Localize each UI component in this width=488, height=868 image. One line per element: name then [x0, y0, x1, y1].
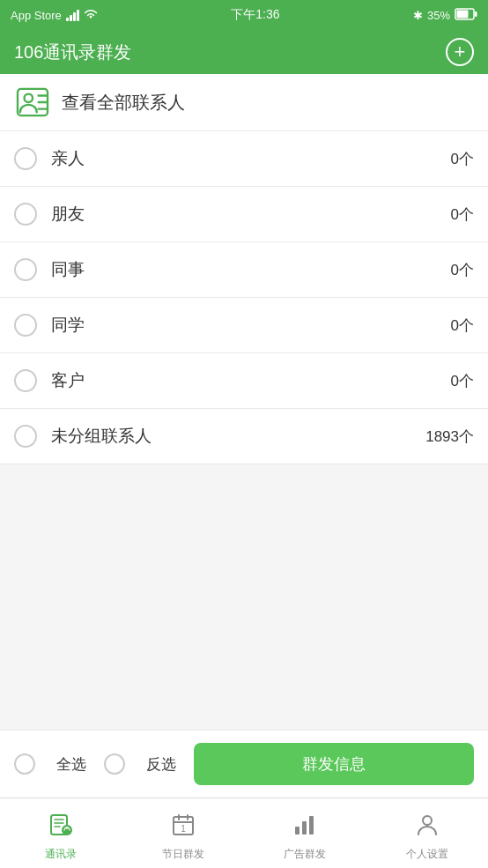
holiday-tab-icon: 1 [171, 812, 196, 843]
settings-tab-icon [415, 812, 440, 843]
select-all-option[interactable]: 全选 [14, 753, 86, 775]
svg-point-4 [25, 94, 33, 102]
group-radio-5[interactable] [14, 425, 37, 448]
wifi-icon [84, 8, 98, 22]
bluetooth-icon: ✱ [413, 9, 423, 22]
battery-icon [455, 8, 477, 23]
group-name-2: 同事 [51, 258, 451, 281]
svg-rect-17 [302, 821, 307, 835]
group-name-0: 亲人 [51, 147, 451, 170]
svg-rect-18 [309, 816, 314, 835]
add-button[interactable]: + [446, 38, 474, 66]
tab-contacts[interactable]: 通讯录 [0, 798, 122, 868]
svg-rect-16 [295, 827, 299, 835]
signal-icon [66, 10, 79, 21]
ad-tab-label: 广告群发 [284, 847, 326, 862]
svg-rect-2 [475, 11, 477, 17]
holiday-tab-label: 节日群发 [162, 847, 204, 862]
group-name-1: 朋友 [51, 203, 451, 226]
app-store-label: App Store [11, 9, 62, 22]
group-list: 亲人 0个 朋友 0个 同事 0个 同学 0个 客户 0个 未分组联系人 189… [0, 131, 488, 464]
svg-point-10 [66, 827, 69, 829]
svg-point-19 [423, 816, 432, 825]
group-row[interactable]: 朋友 0个 [0, 187, 488, 242]
svg-text:1: 1 [181, 824, 186, 834]
svg-point-9 [62, 825, 72, 835]
tab-ad[interactable]: 广告群发 [244, 798, 366, 868]
inverse-select-option[interactable]: 反选 [104, 753, 176, 775]
app-header: 106通讯录群发 + [0, 30, 488, 74]
status-left: App Store [11, 8, 98, 22]
ad-tab-icon [292, 812, 317, 843]
group-name-4: 客户 [51, 369, 451, 392]
tab-bar: 通讯录 1 节日群发 广告群发 [0, 798, 488, 868]
status-bar: App Store 下午1:36 ✱ 35% [0, 0, 488, 30]
inverse-select-radio[interactable] [104, 753, 125, 775]
group-count-5: 1893个 [425, 427, 474, 447]
group-count-4: 0个 [451, 371, 474, 391]
select-all-radio[interactable] [14, 753, 35, 775]
group-row[interactable]: 客户 0个 [0, 353, 488, 409]
battery-percent: 35% [427, 9, 450, 22]
main-content: 查看全部联系人 亲人 0个 朋友 0个 同事 0个 同学 0个 客户 0个 未分… [0, 74, 488, 798]
time-display: 下午1:36 [231, 7, 279, 23]
contacts-tab-icon [48, 812, 73, 843]
group-radio-3[interactable] [14, 314, 37, 337]
group-radio-2[interactable] [14, 258, 37, 281]
select-all-label: 全选 [56, 754, 86, 775]
group-radio-1[interactable] [14, 203, 37, 226]
header-title: 106通讯录群发 [14, 41, 131, 64]
group-count-0: 0个 [451, 149, 474, 169]
group-count-3: 0个 [451, 315, 474, 336]
group-row[interactable]: 同学 0个 [0, 298, 488, 353]
group-radio-0[interactable] [14, 147, 37, 170]
group-count-2: 0个 [451, 260, 474, 280]
svg-rect-1 [456, 10, 468, 18]
tab-holiday[interactable]: 1 节日群发 [122, 798, 245, 868]
group-radio-4[interactable] [14, 369, 37, 392]
content-spacer [0, 464, 488, 730]
group-row[interactable]: 亲人 0个 [0, 131, 488, 187]
group-row[interactable]: 同事 0个 [0, 242, 488, 298]
view-all-label: 查看全部联系人 [62, 91, 185, 115]
tab-settings[interactable]: 个人设置 [366, 798, 489, 868]
send-message-button[interactable]: 群发信息 [194, 743, 474, 785]
contacts-icon [14, 86, 51, 118]
bottom-action-bar: 全选 反选 群发信息 [0, 730, 488, 798]
settings-tab-label: 个人设置 [406, 847, 448, 862]
view-all-contacts-row[interactable]: 查看全部联系人 [0, 74, 488, 131]
group-count-1: 0个 [451, 204, 474, 225]
contacts-tab-label: 通讯录 [45, 847, 77, 862]
status-right: ✱ 35% [413, 8, 477, 23]
group-name-3: 同学 [51, 314, 451, 337]
inverse-select-label: 反选 [146, 754, 176, 775]
group-row[interactable]: 未分组联系人 1893个 [0, 409, 488, 464]
group-name-5: 未分组联系人 [51, 425, 425, 448]
